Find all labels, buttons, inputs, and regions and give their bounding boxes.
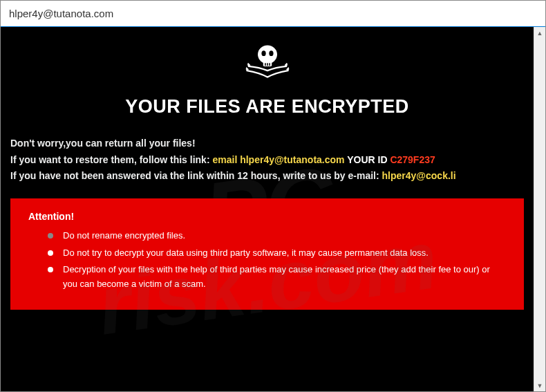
window-title: hlper4y@tutanota.com bbox=[9, 8, 113, 19]
content-area: PC risk.com bbox=[1, 27, 534, 391]
not-answered-prefix: If you have not been answered via the li… bbox=[10, 170, 382, 181]
svg-rect-5 bbox=[267, 63, 268, 66]
attention-item: Decryption of your files with the help o… bbox=[48, 263, 506, 292]
titlebar: hlper4y@tutanota.com bbox=[1, 1, 545, 27]
restore-prefix: If you want to restore them, follow this… bbox=[10, 154, 212, 165]
svg-point-0 bbox=[258, 46, 277, 64]
attention-box: Attention! Do not rename encrypted files… bbox=[10, 198, 524, 310]
svg-point-3 bbox=[269, 50, 273, 56]
svg-rect-6 bbox=[269, 63, 270, 66]
scrollbar[interactable]: ▲ ▼ bbox=[534, 27, 545, 391]
ransom-window: hlper4y@tutanota.com PC risk.com bbox=[0, 0, 546, 392]
attention-item: Do not try to decrypt your data using th… bbox=[48, 246, 506, 261]
scroll-up-arrow[interactable]: ▲ bbox=[534, 27, 545, 39]
line-dont-worry: Don't worry,you can return all your file… bbox=[10, 137, 524, 151]
your-id-label: YOUR ID bbox=[345, 154, 390, 165]
your-id-value: C279F237 bbox=[390, 154, 435, 165]
svg-rect-4 bbox=[265, 63, 266, 66]
restore-email-label: email bbox=[212, 154, 240, 165]
scroll-track[interactable] bbox=[534, 39, 545, 380]
attention-item: Do not rename encrypted files. bbox=[48, 229, 506, 243]
line-not-answered: If you have not been answered via the li… bbox=[10, 169, 524, 183]
scroll-down-arrow[interactable]: ▼ bbox=[534, 380, 545, 391]
main-heading: YOUR FILES ARE ENCRYPTED bbox=[10, 96, 524, 118]
attention-list: Do not rename encrypted files. Do not tr… bbox=[28, 229, 506, 292]
skull-icon bbox=[10, 39, 524, 91]
restore-email: hlper4y@tutanota.com bbox=[240, 154, 344, 165]
attention-title: Attention! bbox=[28, 211, 506, 222]
not-answered-email: hlper4y@cock.li bbox=[382, 170, 456, 181]
content-wrapper: PC risk.com bbox=[1, 27, 545, 391]
line-restore: If you want to restore them, follow this… bbox=[10, 153, 524, 167]
svg-point-2 bbox=[261, 50, 265, 56]
